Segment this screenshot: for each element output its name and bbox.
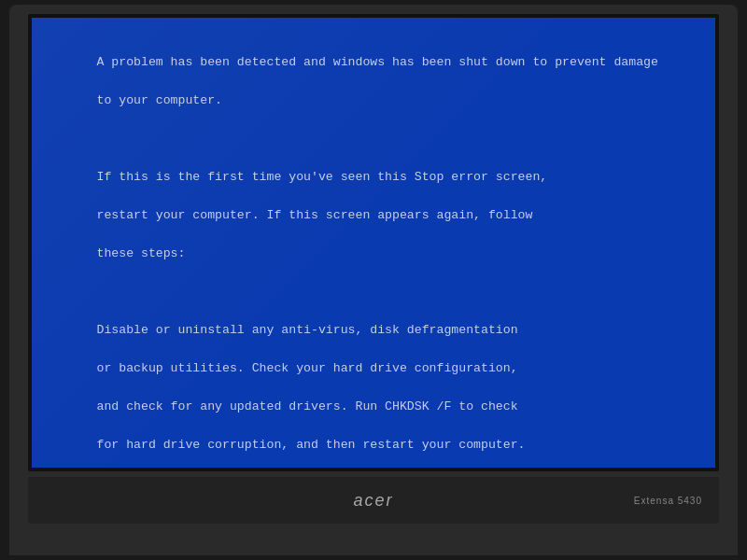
bsod-line-9: or backup utilities. Check your hard dri… [96,361,517,375]
bsod-line-8: Disable or uninstall any anti-virus, dis… [96,323,517,337]
laptop-brand-label: acer [353,491,393,511]
laptop-screen: A problem has been detected and windows … [28,14,719,471]
bsod-line-2: to your computer. [96,93,222,107]
bsod-line-10: and check for any updated drivers. Run C… [96,399,517,413]
bsod-content: A problem has been detected and windows … [52,35,695,471]
bsod-line-6: these steps: [96,246,185,260]
bsod-line-11: for hard drive corruption, and then rest… [96,438,525,452]
bsod-line-4: If this is the first time you've seen th… [96,170,547,184]
laptop-model-label: Extensa 5430 [634,496,702,506]
laptop-body: A problem has been detected and windows … [9,5,738,555]
laptop-bottom-bar: acer Extensa 5430 [28,477,719,524]
bsod-line-5: restart your computer. If this screen ap… [96,208,532,222]
bsod-line-1: A problem has been detected and windows … [96,55,657,69]
